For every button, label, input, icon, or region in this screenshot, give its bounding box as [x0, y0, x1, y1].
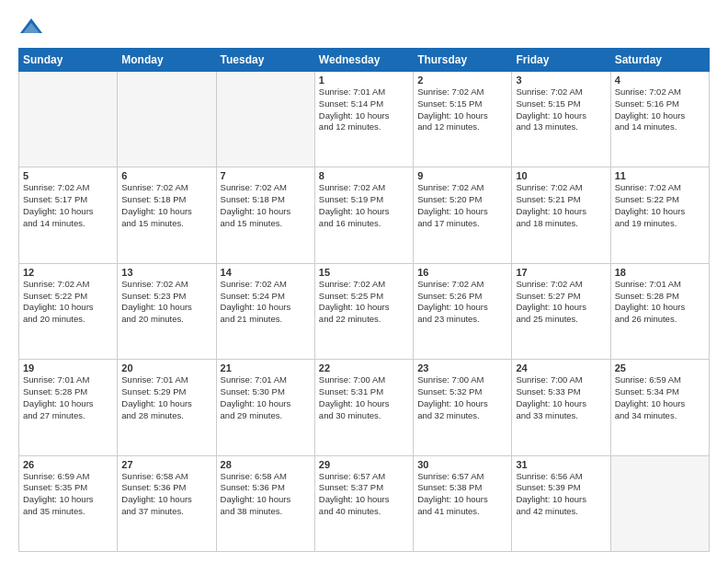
calendar-cell: 11Sunrise: 7:02 AM Sunset: 5:22 PM Dayli…: [610, 167, 709, 263]
day-number: 12: [23, 267, 113, 278]
calendar-header-sunday: Sunday: [19, 49, 118, 72]
calendar-week-3: 12Sunrise: 7:02 AM Sunset: 5:22 PM Dayli…: [19, 263, 710, 359]
day-info: Sunrise: 6:56 AM Sunset: 5:39 PM Dayligh…: [516, 471, 606, 518]
calendar-header-row: SundayMondayTuesdayWednesdayThursdayFrid…: [19, 49, 710, 72]
day-number: 8: [319, 170, 409, 181]
calendar-week-2: 5Sunrise: 7:02 AM Sunset: 5:17 PM Daylig…: [19, 167, 710, 263]
day-info: Sunrise: 6:59 AM Sunset: 5:34 PM Dayligh…: [615, 374, 705, 421]
page: SundayMondayTuesdayWednesdayThursdayFrid…: [0, 0, 728, 563]
day-info: Sunrise: 7:00 AM Sunset: 5:31 PM Dayligh…: [319, 374, 409, 421]
day-info: Sunrise: 7:02 AM Sunset: 5:23 PM Dayligh…: [121, 279, 211, 326]
calendar-cell: [19, 72, 118, 167]
calendar-cell: [216, 72, 314, 167]
calendar-table: SundayMondayTuesdayWednesdayThursdayFrid…: [18, 48, 710, 552]
day-number: 10: [516, 170, 606, 181]
calendar-cell: 20Sunrise: 7:01 AM Sunset: 5:29 PM Dayli…: [118, 360, 216, 455]
calendar-cell: 10Sunrise: 7:02 AM Sunset: 5:21 PM Dayli…: [512, 167, 610, 263]
calendar-cell: 26Sunrise: 6:59 AM Sunset: 5:35 PM Dayli…: [19, 455, 118, 551]
day-number: 4: [615, 75, 705, 86]
calendar-cell: 18Sunrise: 7:01 AM Sunset: 5:28 PM Dayli…: [610, 263, 709, 359]
day-info: Sunrise: 7:02 AM Sunset: 5:27 PM Dayligh…: [516, 279, 606, 326]
calendar-cell: 1Sunrise: 7:01 AM Sunset: 5:14 PM Daylig…: [314, 72, 413, 167]
day-info: Sunrise: 7:01 AM Sunset: 5:29 PM Dayligh…: [121, 374, 211, 421]
calendar-cell: 4Sunrise: 7:02 AM Sunset: 5:16 PM Daylig…: [610, 72, 709, 167]
day-info: Sunrise: 6:57 AM Sunset: 5:38 PM Dayligh…: [417, 471, 507, 518]
day-number: 1: [319, 75, 409, 86]
day-number: 17: [516, 267, 606, 278]
day-number: 30: [417, 459, 507, 470]
calendar-cell: 7Sunrise: 7:02 AM Sunset: 5:18 PM Daylig…: [216, 167, 314, 263]
calendar-header-tuesday: Tuesday: [216, 49, 314, 72]
header: [18, 15, 710, 40]
day-info: Sunrise: 7:02 AM Sunset: 5:18 PM Dayligh…: [221, 182, 311, 229]
day-number: 7: [221, 170, 311, 181]
day-info: Sunrise: 7:02 AM Sunset: 5:24 PM Dayligh…: [221, 279, 311, 326]
calendar-week-1: 1Sunrise: 7:01 AM Sunset: 5:14 PM Daylig…: [19, 72, 710, 167]
calendar-cell: 17Sunrise: 7:02 AM Sunset: 5:27 PM Dayli…: [512, 263, 610, 359]
day-info: Sunrise: 7:02 AM Sunset: 5:22 PM Dayligh…: [615, 182, 705, 229]
calendar-cell: 31Sunrise: 6:56 AM Sunset: 5:39 PM Dayli…: [512, 455, 610, 551]
day-info: Sunrise: 7:02 AM Sunset: 5:22 PM Dayligh…: [23, 279, 113, 326]
day-number: 6: [121, 170, 211, 181]
logo-icon: [18, 15, 44, 40]
calendar-cell: 21Sunrise: 7:01 AM Sunset: 5:30 PM Dayli…: [216, 360, 314, 455]
day-number: 11: [615, 170, 705, 181]
calendar-week-4: 19Sunrise: 7:01 AM Sunset: 5:28 PM Dayli…: [19, 360, 710, 455]
calendar-cell: 6Sunrise: 7:02 AM Sunset: 5:18 PM Daylig…: [118, 167, 216, 263]
calendar-header-wednesday: Wednesday: [314, 49, 413, 72]
calendar-cell: 29Sunrise: 6:57 AM Sunset: 5:37 PM Dayli…: [314, 455, 413, 551]
day-number: 25: [615, 362, 705, 373]
calendar-cell: 27Sunrise: 6:58 AM Sunset: 5:36 PM Dayli…: [118, 455, 216, 551]
calendar-header-monday: Monday: [118, 49, 216, 72]
day-number: 19: [23, 362, 113, 373]
day-number: 27: [121, 459, 211, 470]
day-info: Sunrise: 7:02 AM Sunset: 5:18 PM Dayligh…: [121, 182, 211, 229]
calendar-cell: [118, 72, 216, 167]
day-number: 26: [23, 459, 113, 470]
day-number: 14: [221, 267, 311, 278]
calendar-cell: 25Sunrise: 6:59 AM Sunset: 5:34 PM Dayli…: [610, 360, 709, 455]
day-number: 23: [417, 362, 507, 373]
day-number: 5: [23, 170, 113, 181]
day-info: Sunrise: 7:02 AM Sunset: 5:16 PM Dayligh…: [615, 86, 705, 133]
calendar-cell: 14Sunrise: 7:02 AM Sunset: 5:24 PM Dayli…: [216, 263, 314, 359]
calendar-cell: 15Sunrise: 7:02 AM Sunset: 5:25 PM Dayli…: [314, 263, 413, 359]
calendar-cell: [610, 455, 709, 551]
day-number: 13: [121, 267, 211, 278]
day-info: Sunrise: 7:02 AM Sunset: 5:19 PM Dayligh…: [319, 182, 409, 229]
day-number: 16: [417, 267, 507, 278]
day-info: Sunrise: 6:58 AM Sunset: 5:36 PM Dayligh…: [121, 471, 211, 518]
day-info: Sunrise: 6:57 AM Sunset: 5:37 PM Dayligh…: [319, 471, 409, 518]
day-number: 15: [319, 267, 409, 278]
day-number: 2: [417, 75, 507, 86]
calendar-header-friday: Friday: [512, 49, 610, 72]
calendar-cell: 8Sunrise: 7:02 AM Sunset: 5:19 PM Daylig…: [314, 167, 413, 263]
calendar-cell: 2Sunrise: 7:02 AM Sunset: 5:15 PM Daylig…: [414, 72, 512, 167]
calendar-cell: 16Sunrise: 7:02 AM Sunset: 5:26 PM Dayli…: [414, 263, 512, 359]
calendar-cell: 12Sunrise: 7:02 AM Sunset: 5:22 PM Dayli…: [19, 263, 118, 359]
calendar-cell: 13Sunrise: 7:02 AM Sunset: 5:23 PM Dayli…: [118, 263, 216, 359]
day-info: Sunrise: 7:01 AM Sunset: 5:30 PM Dayligh…: [221, 374, 311, 421]
day-info: Sunrise: 7:02 AM Sunset: 5:20 PM Dayligh…: [417, 182, 507, 229]
day-info: Sunrise: 7:02 AM Sunset: 5:25 PM Dayligh…: [319, 279, 409, 326]
calendar-cell: 22Sunrise: 7:00 AM Sunset: 5:31 PM Dayli…: [314, 360, 413, 455]
day-number: 3: [516, 75, 606, 86]
calendar-week-5: 26Sunrise: 6:59 AM Sunset: 5:35 PM Dayli…: [19, 455, 710, 551]
day-number: 29: [319, 459, 409, 470]
day-info: Sunrise: 7:02 AM Sunset: 5:17 PM Dayligh…: [23, 182, 113, 229]
logo: [18, 15, 48, 40]
day-number: 24: [516, 362, 606, 373]
calendar-cell: 5Sunrise: 7:02 AM Sunset: 5:17 PM Daylig…: [19, 167, 118, 263]
day-info: Sunrise: 7:01 AM Sunset: 5:28 PM Dayligh…: [615, 279, 705, 326]
day-number: 22: [319, 362, 409, 373]
day-info: Sunrise: 7:00 AM Sunset: 5:32 PM Dayligh…: [417, 374, 507, 421]
day-info: Sunrise: 7:01 AM Sunset: 5:28 PM Dayligh…: [23, 374, 113, 421]
day-number: 28: [221, 459, 311, 470]
calendar-cell: 19Sunrise: 7:01 AM Sunset: 5:28 PM Dayli…: [19, 360, 118, 455]
calendar-header-thursday: Thursday: [414, 49, 512, 72]
day-number: 18: [615, 267, 705, 278]
day-info: Sunrise: 6:58 AM Sunset: 5:36 PM Dayligh…: [221, 471, 311, 518]
day-number: 31: [516, 459, 606, 470]
day-info: Sunrise: 7:01 AM Sunset: 5:14 PM Dayligh…: [319, 86, 409, 133]
calendar-cell: 24Sunrise: 7:00 AM Sunset: 5:33 PM Dayli…: [512, 360, 610, 455]
